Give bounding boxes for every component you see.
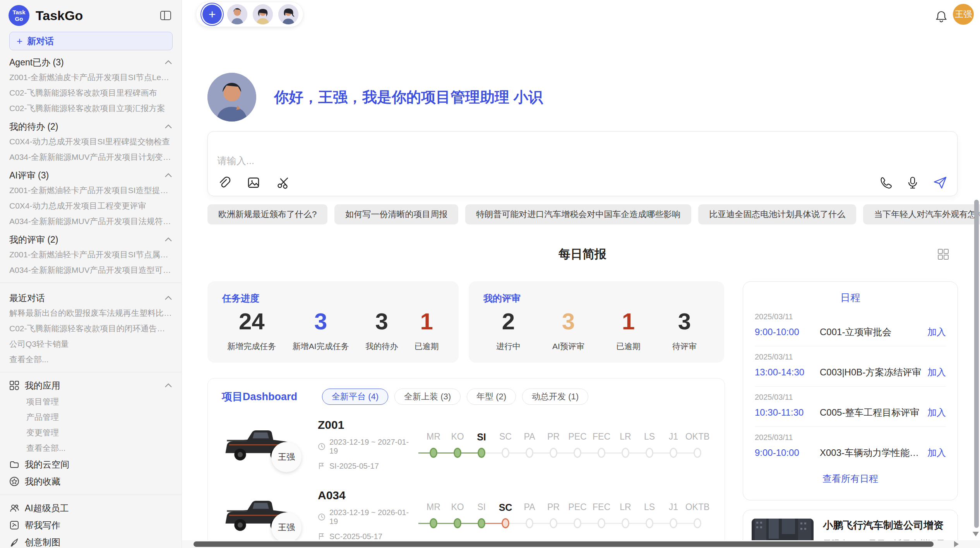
scroll-down-arrow-icon[interactable] — [973, 532, 979, 536]
vertical-scrollbar-thumb[interactable] — [974, 200, 979, 528]
sidebar-item-favorites[interactable]: 我的收藏 — [9, 473, 172, 490]
sidebar-item-ai-employees[interactable]: AI超级员工 — [9, 500, 172, 517]
sidebar-item-creative-draw[interactable]: 创意制图 — [9, 534, 172, 548]
greeting-block: 你好，王强，我是你的项目管理助理 小识 — [207, 73, 543, 122]
sidebar-item-help-write[interactable]: 帮我写作 — [9, 517, 172, 534]
suggestion-chip[interactable]: 当下年轻人对汽车外观有怎样的喜好趋势 — [863, 204, 980, 224]
tab-new-platform[interactable]: 全新平台 (4) — [322, 389, 388, 405]
new-chat-label: 新对话 — [27, 35, 54, 47]
composer-tools-left — [216, 174, 291, 191]
group-header-agent-done[interactable]: Agent已办 (3) — [9, 52, 172, 70]
sidebar-item[interactable]: C0X4-动力总成开发项目SI里程碑提交物检查 — [9, 134, 172, 149]
send-button[interactable] — [932, 174, 949, 191]
image-upload-button[interactable] — [245, 174, 262, 191]
microphone-button[interactable] — [905, 174, 921, 191]
attach-button[interactable] — [216, 174, 233, 191]
milestone-sc: SC — [493, 431, 517, 458]
milestone-ls: LS — [637, 431, 661, 458]
voice-call-button[interactable] — [877, 174, 894, 191]
suggestion-chip[interactable]: 欧洲新规最近颁布了什么? — [207, 204, 327, 224]
milestone-si: SI — [469, 501, 493, 528]
sidebar-item[interactable]: Z001-全新燃油皮卡产品开发项目SI节点Lesson Learn报告 — [9, 70, 172, 85]
group-header-my-review[interactable]: 我的评审 (2) — [9, 229, 172, 247]
message-input[interactable] — [216, 155, 681, 167]
group-header-ai-review[interactable]: AI评审 (3) — [9, 165, 172, 183]
join-link[interactable]: 加入 — [927, 366, 946, 378]
milestone-pr: PR — [541, 431, 565, 458]
group-title: Agent已办 (3) — [9, 57, 64, 68]
horizontal-scrollbar[interactable] — [182, 540, 980, 548]
group-header-my-todo[interactable]: 我的待办 (2) — [9, 116, 172, 134]
agent-avatar-2[interactable] — [253, 4, 273, 24]
briefing-layout-button[interactable] — [936, 247, 951, 262]
sidebar-item[interactable]: Z001-全新燃油轻卡产品开发项目SI造型提交物评审 — [9, 183, 172, 198]
milestone-dot-pending — [622, 518, 629, 528]
notifications-button[interactable] — [934, 9, 949, 25]
group-header-recent-chats[interactable]: 最近对话 — [9, 288, 172, 305]
scroll-right-arrow-icon[interactable] — [954, 541, 959, 547]
stat-label: 进行中 — [496, 341, 521, 352]
horizontal-scrollbar-thumb[interactable] — [194, 541, 934, 547]
sidebar-item[interactable]: A034-全新新能源MUV产品开发项目造型可行性评审 — [9, 262, 172, 278]
apps-view-all-link[interactable]: 查看全部... — [9, 440, 172, 456]
add-agent-button[interactable]: + — [202, 5, 222, 24]
suggestion-chip[interactable]: 如何写一份清晰的项目周报 — [334, 204, 458, 224]
composer-tools-right — [877, 174, 949, 191]
user-name: 王强 — [955, 9, 972, 20]
user-avatar[interactable]: 王强 — [953, 4, 974, 25]
milestone-dot-pending — [574, 518, 581, 528]
new-chat-button[interactable]: + 新对话 — [9, 32, 173, 50]
tab-model-year[interactable]: 年型 (2) — [467, 389, 516, 405]
project-row-a034[interactable]: 王强 A034 2023-12-19 ~ 2026-01-19 SC-2025-… — [222, 484, 725, 546]
suggestion-chip[interactable]: 比亚迪全固态电池计划具体说了什么 — [698, 204, 856, 224]
milestone-dot-pending — [646, 518, 653, 528]
tab-powertrain[interactable]: 动总开发 (1) — [522, 389, 588, 405]
sidebar-item-cloud-space[interactable]: 我的云空间 — [9, 456, 172, 473]
stat-in-progress: 2 进行中 — [496, 307, 521, 352]
recent-chat-item[interactable]: 解释最新出台的欧盟报废车法规再生塑料比例被调至15%... — [9, 305, 172, 321]
flag-icon — [318, 533, 326, 540]
project-dates: 2023-12-19 ~ 2026-01-19 — [318, 508, 415, 526]
app-link-change-mgmt[interactable]: 变更管理 — [9, 425, 172, 440]
tab-new-body[interactable]: 全新上装 (3) — [394, 389, 461, 405]
agent-avatar-3[interactable] — [278, 4, 298, 24]
sidebar-item-my-apps[interactable]: 我的应用 — [9, 377, 172, 394]
screenshot-button[interactable] — [274, 174, 291, 191]
sidebar-item[interactable]: Z001-全新燃油轻卡产品开发项目SI节点属性5D文件评审 — [9, 247, 172, 262]
recent-chat-item[interactable]: 公司Q3轻卡销量 — [9, 336, 172, 352]
people-icon — [9, 503, 19, 513]
join-link[interactable]: 加入 — [927, 447, 946, 459]
sidebar-item[interactable]: C02-飞腾新能源轻客改款项目里程碑画布 — [9, 85, 172, 101]
sidebar-item[interactable]: A034-全新新能源MUV产品开发项目计划变更表编写 — [9, 149, 172, 165]
dashboard-title: 项目Dashboard — [222, 390, 297, 404]
app-link-product-mgmt[interactable]: 产品管理 — [9, 409, 172, 425]
group-title: 最近对话 — [9, 292, 45, 304]
clock-icon — [318, 443, 326, 450]
main-area: + 王强 你好，王强，我是你的项目管理助理 小识 — [182, 0, 980, 548]
sidebar-collapse-button[interactable] — [158, 9, 173, 22]
view-all-schedule-link[interactable]: 查看所有日程 — [755, 472, 946, 485]
milestone-dot-done — [430, 518, 437, 528]
owner-name: 王强 — [278, 451, 295, 463]
dashboard-tabs: 全新平台 (4) 全新上装 (3) 年型 (2) 动总开发 (1) — [322, 389, 588, 405]
project-row-z001[interactable]: 王强 Z001 2023-12-19 ~ 2027-01-19 SI-2025-… — [222, 413, 725, 475]
stat-value: 1 — [415, 307, 439, 336]
ai-employees-label: AI超级员工 — [25, 502, 172, 514]
recent-chat-item[interactable]: C02-飞腾新能源轻客改款项目的闭环通告反馈情况 — [9, 321, 172, 336]
writing-icon — [9, 520, 19, 530]
sidebar: Task Go TaskGo + 新对话 Agent已办 (3) Z001-全新… — [0, 0, 182, 548]
app-link-project-mgmt[interactable]: 项目管理 — [9, 394, 172, 409]
sidebar-item[interactable]: C0X4-动力总成开发项目工程变更评审 — [9, 198, 172, 214]
chevron-up-icon — [164, 173, 172, 178]
suggestion-chip[interactable]: 特朗普可能对进口汽车增税会对中国车企造成哪些影响 — [465, 204, 691, 224]
sidebar-item[interactable]: A034-全新新能源MUV产品开发项目法规符合性评审 — [9, 214, 172, 229]
recent-view-all-link[interactable]: 查看全部... — [9, 352, 172, 367]
milestone-dot-pending — [598, 518, 605, 528]
avatar-illustration-icon — [253, 4, 273, 24]
agent-avatar-1[interactable] — [227, 4, 247, 24]
milestone-dot-pending — [550, 448, 557, 458]
join-link[interactable]: 加入 — [927, 326, 946, 338]
join-link[interactable]: 加入 — [927, 406, 946, 419]
sidebar-item[interactable]: C02-飞腾新能源轻客改款项目立项汇报方案 — [9, 101, 172, 116]
milestone-pec: PEC — [565, 431, 589, 458]
